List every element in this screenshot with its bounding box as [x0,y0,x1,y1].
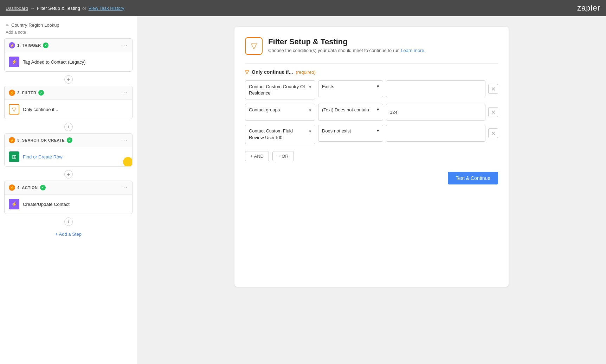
panel-divider [245,63,498,64]
condition-delete-1[interactable]: ✕ [488,84,498,94]
condition-field-1-arrow: ▾ [309,84,311,90]
step-header-search: ⚡ 3. SEARCH OR CREATE ✓ ··· [5,134,132,147]
add-note-button[interactable]: Add a note [0,29,137,38]
content-area: ▽ Filter Setup & Testing Choose the cond… [137,16,606,364]
condition-operator-1[interactable]: Exists ▾ [318,80,383,97]
connector-1: + [0,73,137,86]
condition-delete-2[interactable]: ✕ [488,107,498,117]
connector-2: + [0,121,137,133]
step-number-search: 3. SEARCH OR CREATE [17,138,65,142]
condition-operator-2-arrow: ▾ [377,107,379,112]
step-check-trigger: ✓ [43,43,49,48]
workflow-name: ✏ Country Region Lookup [0,20,137,29]
condition-row-1: Contact Custom Country Of Residence ▾ Ex… [245,80,498,99]
cursor-dot [123,157,133,167]
section-title-text: Only continue if... [252,69,293,75]
and-button[interactable]: + AND [245,151,269,161]
step-check-filter: ✓ [38,90,44,96]
breadcrumb: Dashboard → Filter Setup & Testing or Vi… [6,6,124,11]
step-badge-action: ⚡ 4. ACTION ✓ [9,184,46,191]
step-card-action: ⚡ 4. ACTION ✓ ··· ⚡ Create/Update Contac… [4,181,133,214]
step-check-search: ✓ [67,137,72,143]
step-number-trigger: 1. TRIGGER [17,43,41,47]
step-card-trigger: ⚡ 1. TRIGGER ✓ ··· ⚡ Tag Added to Contac… [4,38,133,72]
trigger-app-icon: ⚡ [9,57,19,67]
connector-3: + [0,168,137,181]
connector-4: + [0,215,137,228]
action-app-icon: ⚡ [9,199,19,209]
panel-footer: Test & Continue [245,172,498,184]
section-filter-icon: ▽ [245,69,249,75]
condition-operator-3-text: Does not exist [322,128,377,134]
condition-operator-1-text: Exists [322,84,377,90]
condition-delete-3[interactable]: ✕ [488,128,498,138]
step-dots-action[interactable]: ··· [121,184,128,191]
step-card-filter: ⚡ 2. FILTER ✓ ··· ▽ Only continue if... [4,86,133,119]
panel-subtitle: Choose the condition(s) your data should… [268,48,425,53]
condition-row-2: Contact.groups ▾ (Text) Does not contain… [245,104,498,121]
main-layout: ✏ Country Region Lookup Add a note ⚡ 1. … [0,16,606,364]
condition-operator-2-text: (Text) Does not contain [322,107,377,113]
step-body-trigger[interactable]: ⚡ Tag Added to Contact (Legacy) [5,52,132,71]
view-history-link[interactable]: View Task History [89,6,124,11]
condition-field-2-text: Contact.groups [249,107,309,113]
panel-header: ▽ Filter Setup & Testing Choose the cond… [245,37,498,55]
search-badge-icon: ⚡ [9,137,15,143]
workflow-name-text: Country Region Lookup [11,22,59,28]
add-between-2-3[interactable]: + [64,123,73,131]
breadcrumb-arrow: → [30,6,35,11]
dashboard-link[interactable]: Dashboard [6,6,28,11]
condition-field-3[interactable]: Contact Custom Fluid Review User Id0 ▾ [245,125,315,144]
condition-field-1[interactable]: Contact Custom Country Of Residence ▾ [245,80,315,99]
or-button[interactable]: + OR [272,151,294,161]
filter-app-icon: ▽ [9,104,19,115]
action-badge-icon: ⚡ [9,184,15,191]
filter-label: Only continue if... [23,107,58,112]
step-dots-filter[interactable]: ··· [121,90,128,96]
trigger-label: Tag Added to Contact (Legacy) [23,59,86,65]
step-dots-search[interactable]: ··· [121,137,128,143]
condition-value-2[interactable]: 124 [386,104,485,121]
add-between-1-2[interactable]: + [64,75,73,84]
condition-value-3[interactable] [386,125,485,142]
step-body-search[interactable]: ⊞ Find or Create Row [5,147,132,166]
step-card-search: ⚡ 3. SEARCH OR CREATE ✓ ··· ⊞ Find or Cr… [4,133,133,167]
step-header-filter: ⚡ 2. FILTER ✓ ··· [5,86,132,100]
step-number-filter: 2. FILTER [17,91,36,95]
panel-title-section: Filter Setup & Testing Choose the condit… [268,37,425,53]
search-label[interactable]: Find or Create Row [23,154,63,160]
step-badge-trigger: ⚡ 1. TRIGGER ✓ [9,42,49,48]
or-separator: or [82,6,86,11]
action-label: Create/Update Contact [23,202,70,207]
zapier-logo: zapier [577,4,600,13]
trigger-icon: ⚡ [9,42,15,48]
condition-operator-3-arrow: ▾ [377,128,379,133]
condition-value-2-text: 124 [390,110,398,115]
step-body-action[interactable]: ⚡ Create/Update Contact [5,195,132,214]
panel-title: Filter Setup & Testing [268,37,425,46]
step-check-action: ✓ [40,185,46,190]
condition-field-2[interactable]: Contact.groups ▾ [245,104,315,121]
condition-value-1[interactable] [386,80,485,97]
current-page-label: Filter Setup & Testing [37,6,80,11]
add-below-4[interactable]: + [64,217,73,226]
test-continue-button[interactable]: Test & Continue [448,172,498,184]
panel-subtitle-text: Choose the condition(s) your data should… [268,48,400,53]
condition-field-3-arrow: ▾ [309,129,311,134]
edit-icon: ✏ [6,23,9,28]
and-or-row: + AND + OR [245,151,498,161]
condition-operator-2[interactable]: (Text) Does not contain ▾ [318,104,383,121]
step-header-trigger: ⚡ 1. TRIGGER ✓ ··· [5,39,132,52]
add-between-3-4[interactable]: + [64,170,73,178]
step-dots-trigger[interactable]: ··· [121,42,128,48]
condition-operator-3[interactable]: Does not exist ▾ [318,125,383,142]
filter-panel: ▽ Filter Setup & Testing Choose the cond… [234,27,509,287]
add-step-button[interactable]: + Add a Step [0,228,137,240]
step-badge-search: ⚡ 3. SEARCH OR CREATE ✓ [9,137,72,143]
condition-operator-1-arrow: ▾ [377,84,379,89]
step-body-filter[interactable]: ▽ Only continue if... [5,100,132,119]
top-nav: Dashboard → Filter Setup & Testing or Vi… [0,0,606,16]
learn-more-link[interactable]: Learn more. [401,48,425,53]
section-title: ▽ Only continue if... (required) [245,69,498,75]
filter-badge-icon: ⚡ [9,90,15,96]
